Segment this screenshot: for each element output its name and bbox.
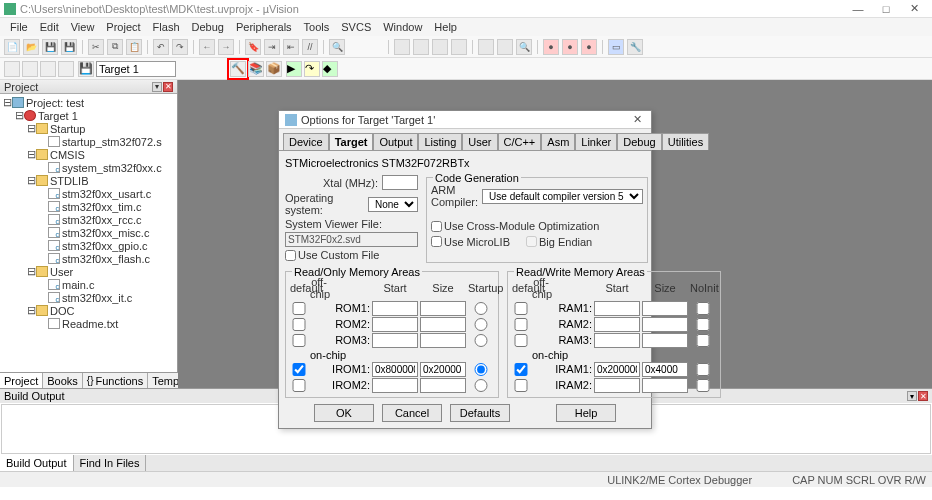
mem-default-check[interactable]	[512, 363, 530, 376]
dlg-tab-asm[interactable]: Asm	[541, 133, 575, 150]
menu-help[interactable]: Help	[428, 21, 463, 33]
bp3-icon[interactable]: ●	[581, 39, 597, 55]
comment-icon[interactable]: //	[302, 39, 318, 55]
dlg-tab-c/c++[interactable]: C/C++	[498, 133, 542, 150]
tbx5-icon[interactable]	[478, 39, 494, 55]
menu-edit[interactable]: Edit	[34, 21, 65, 33]
menu-debug[interactable]: Debug	[186, 21, 230, 33]
menu-flash[interactable]: Flash	[147, 21, 186, 33]
project-tree[interactable]: ⊟Project: test⊟Target 1⊟Startup startup_…	[0, 94, 177, 372]
tree-node[interactable]: ⊟DOC	[0, 304, 177, 317]
panel-pin-icon[interactable]: ▾	[152, 82, 162, 92]
custom-file-check[interactable]	[285, 250, 296, 261]
tree-node[interactable]: stm32f0xx_rcc.c	[0, 213, 177, 226]
mem-size-field[interactable]	[642, 317, 688, 332]
mem-default-check[interactable]	[512, 334, 530, 347]
mem-size-field[interactable]	[420, 333, 466, 348]
bookmark-icon[interactable]: 🔖	[245, 39, 261, 55]
menu-window[interactable]: Window	[377, 21, 428, 33]
redo-icon[interactable]: ↷	[172, 39, 188, 55]
menu-project[interactable]: Project	[100, 21, 146, 33]
build-icon[interactable]	[22, 61, 38, 77]
manage-icon[interactable]: 📚	[248, 61, 264, 77]
dialog-close-icon[interactable]: ✕	[629, 113, 645, 126]
menu-view[interactable]: View	[65, 21, 101, 33]
startup-radio[interactable]	[468, 334, 494, 347]
open-icon[interactable]: 📂	[23, 39, 39, 55]
startup-radio[interactable]	[468, 318, 494, 331]
tab-functions[interactable]: {} Functions	[83, 373, 148, 388]
tbx1-icon[interactable]	[394, 39, 410, 55]
tree-node[interactable]: startup_stm32f072.s	[0, 135, 177, 148]
mem-start-field[interactable]	[594, 362, 640, 377]
tab-find-in-files[interactable]: Find In Files	[74, 455, 147, 471]
dlg-tab-linker[interactable]: Linker	[575, 133, 617, 150]
save-icon[interactable]: 💾	[42, 39, 58, 55]
cancel-button[interactable]: Cancel	[382, 404, 442, 422]
tree-node[interactable]: ⊟User	[0, 265, 177, 278]
indent-icon[interactable]: ⇥	[264, 39, 280, 55]
start-debug-icon[interactable]: ▶	[286, 61, 302, 77]
mem-size-field[interactable]	[642, 378, 688, 393]
outdent-icon[interactable]: ⇤	[283, 39, 299, 55]
tree-node[interactable]: system_stm32f0xx.c	[0, 161, 177, 174]
bo-pin-icon[interactable]: ▾	[907, 391, 917, 401]
menu-tools[interactable]: Tools	[298, 21, 336, 33]
mem-size-field[interactable]	[420, 317, 466, 332]
tbx3-icon[interactable]	[432, 39, 448, 55]
arm-compiler-select[interactable]: Use default compiler version 5	[482, 189, 643, 204]
mem-default-check[interactable]	[290, 379, 308, 392]
mem-default-check[interactable]	[290, 334, 308, 347]
translate-icon[interactable]	[4, 61, 20, 77]
minimize-button[interactable]: —	[844, 1, 872, 17]
startup-radio[interactable]	[468, 379, 494, 392]
dlg-tab-debug[interactable]: Debug	[617, 133, 661, 150]
mem-start-field[interactable]	[372, 333, 418, 348]
new-icon[interactable]: 📄	[4, 39, 20, 55]
pack-icon[interactable]: 📦	[266, 61, 282, 77]
rebuild-icon[interactable]	[40, 61, 56, 77]
mem-start-field[interactable]	[372, 301, 418, 316]
tree-node[interactable]: ⊟STDLIB	[0, 174, 177, 187]
mem-start-field[interactable]	[372, 362, 418, 377]
saveall-icon[interactable]: 💾	[61, 39, 77, 55]
cross-module-check[interactable]	[431, 221, 442, 232]
batch-icon[interactable]	[58, 61, 74, 77]
mem-default-check[interactable]	[290, 363, 308, 376]
ok-button[interactable]: OK	[314, 404, 374, 422]
mem-default-check[interactable]	[290, 302, 308, 315]
undo-icon[interactable]: ↶	[153, 39, 169, 55]
help-button[interactable]: Help	[556, 404, 616, 422]
microlib-check[interactable]	[431, 236, 442, 247]
mem-start-field[interactable]	[372, 378, 418, 393]
startup-radio[interactable]	[468, 302, 494, 315]
breakpoint-icon[interactable]: ●	[543, 39, 559, 55]
noinit-check[interactable]	[690, 363, 716, 376]
tree-node[interactable]: main.c	[0, 278, 177, 291]
navback-icon[interactable]: ←	[199, 39, 215, 55]
mem-default-check[interactable]	[512, 302, 530, 315]
noinit-check[interactable]	[690, 302, 716, 315]
dlg-tab-utilities[interactable]: Utilities	[662, 133, 709, 150]
mem-start-field[interactable]	[594, 333, 640, 348]
noinit-check[interactable]	[690, 379, 716, 392]
tbx6-icon[interactable]	[497, 39, 513, 55]
noinit-check[interactable]	[690, 334, 716, 347]
tree-node[interactable]: ⊟Startup	[0, 122, 177, 135]
menu-file[interactable]: File	[4, 21, 34, 33]
step-icon[interactable]: ↷	[304, 61, 320, 77]
dlg-tab-device[interactable]: Device	[283, 133, 329, 150]
mem-size-field[interactable]	[420, 378, 466, 393]
noinit-check[interactable]	[690, 318, 716, 331]
mem-default-check[interactable]	[290, 318, 308, 331]
tree-node[interactable]: stm32f0xx_gpio.c	[0, 239, 177, 252]
menu-peripherals[interactable]: Peripherals	[230, 21, 298, 33]
menu-svcs[interactable]: SVCS	[335, 21, 377, 33]
panel-close-icon[interactable]: ✕	[163, 82, 173, 92]
defaults-button[interactable]: Defaults	[450, 404, 510, 422]
download-icon[interactable]: 💾	[78, 61, 94, 77]
xtal-field[interactable]	[382, 175, 418, 190]
rte-icon[interactable]: ◆	[322, 61, 338, 77]
bp2-icon[interactable]: ●	[562, 39, 578, 55]
mem-start-field[interactable]	[594, 317, 640, 332]
